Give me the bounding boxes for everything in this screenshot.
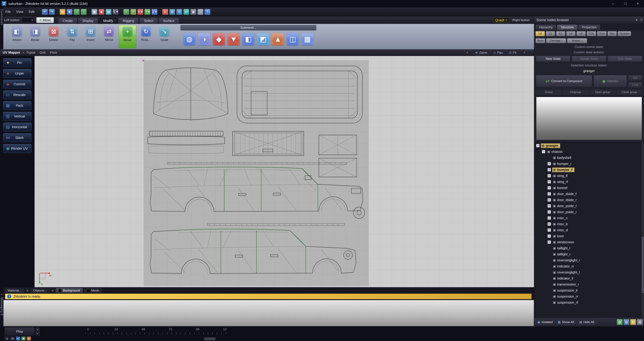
snap-vertex-icon[interactable]: ⊡	[176, 9, 182, 15]
submesh-extrude-icon[interactable]: ▲	[272, 33, 284, 45]
state-l1-button[interactable]: L1	[546, 31, 555, 36]
close-panel-icon[interactable]: ×	[640, 18, 642, 22]
uv-toolbar-tripod[interactable]: Tripod	[26, 51, 35, 54]
dismiss-button[interactable]: ◆ Dismiss	[594, 75, 627, 87]
material-editor-icon[interactable]: ◆	[98, 9, 104, 15]
tree-item-transmission-r[interactable]: ▣transmission_r	[534, 281, 641, 287]
panel-tab-background[interactable]: Background	[55, 288, 83, 293]
tree-item-indicator-rr[interactable]: ▣indicator_rr	[534, 263, 641, 269]
tree-item-boot[interactable]: +▣boot	[534, 233, 641, 239]
help-icon[interactable]: ?	[204, 9, 210, 15]
show-mode-d-icon[interactable]: ▤	[637, 319, 643, 325]
uv-rescale-button[interactable]: ▭Rescale	[3, 90, 31, 99]
state-l4-button[interactable]: L4	[576, 31, 586, 36]
axis-x-button[interactable]: X ▾	[138, 9, 143, 15]
tree-item-bonnet[interactable]: +▣bonnet	[534, 185, 641, 191]
expand-box-icon[interactable]: +	[548, 162, 551, 165]
axis-z-button[interactable]: Z ▾	[152, 9, 157, 15]
left-button-combo[interactable]: ▾	[22, 17, 34, 23]
measure-icon[interactable]: ↔	[198, 9, 203, 15]
expand-box-icon[interactable]: +	[548, 180, 551, 183]
mini-stop-button[interactable]: ■	[21, 337, 26, 341]
collapse-arrow-icon[interactable]: ◂	[22, 51, 24, 54]
timeline-scroll-thumb[interactable]	[204, 338, 215, 340]
ribbon-insert-button[interactable]: ⊞Insert	[82, 25, 99, 48]
expand-box-icon[interactable]: +	[548, 174, 551, 177]
fit-button[interactable]: ⊡Fit	[507, 50, 518, 55]
tree-item-door-pside-f[interactable]: +▣door_pside_f	[534, 203, 641, 209]
hide-all-button[interactable]: ▦Hide All	[577, 319, 596, 325]
ribbon-attach-button[interactable]: ◧Attach	[8, 25, 26, 48]
ribbon-rota-button[interactable]: ↻Rota...	[137, 25, 155, 48]
uv-vertical-button[interactable]: ▥Vertical	[3, 112, 31, 121]
texture-browser-icon[interactable]: ▨	[106, 9, 111, 15]
state-scratch-button[interactable]: Scratch	[618, 31, 631, 36]
tree-item-bumper-r[interactable]: +▣bumper_r	[534, 161, 641, 167]
show-all-button[interactable]: ▦Show All	[556, 319, 576, 325]
uv-viewport[interactable]: + u v	[34, 56, 534, 287]
close-group-button[interactable]: Close group	[616, 90, 642, 94]
tree-item-taillight-r[interactable]: ▣taillight_r	[534, 251, 641, 257]
select-apply-icon[interactable]: ✓	[130, 9, 136, 15]
tree-item-reversinglight-l[interactable]: ▣reversinglight_l	[534, 269, 641, 275]
ribbon-move-button[interactable]: +Move	[119, 25, 136, 48]
group-button[interactable]: Group	[536, 90, 562, 94]
uv-horizontal-button[interactable]: ▤Horizontal	[3, 123, 31, 131]
panel-tab-mesh[interactable]: Mesh	[84, 288, 102, 293]
tree-item-door-dside-r[interactable]: +▣door_dside_r	[534, 197, 641, 203]
submesh-detach-icon[interactable]: ◆	[213, 33, 225, 45]
timeline-ruler[interactable]: 02448729612	[86, 327, 226, 335]
lock-button[interactable]: Lock	[628, 82, 642, 88]
ribbon-delete-button[interactable]: ⊠Delete	[45, 25, 62, 48]
tree-item-granger[interactable]: −▣granger	[534, 143, 641, 149]
uv-pack-button[interactable]: ▦Pack	[3, 101, 31, 110]
tree-item-wing-lf[interactable]: +▣wing_lf	[534, 173, 641, 179]
submesh-split-icon[interactable]: ◧	[242, 33, 254, 45]
selection-mode-button[interactable]: S ▾	[113, 9, 118, 15]
expand-box-icon[interactable]: +	[548, 241, 551, 244]
expand-box-icon[interactable]: +	[548, 168, 551, 171]
select-confirm-icon[interactable]: ✓	[124, 9, 129, 15]
render-view-icon[interactable]: ◉	[190, 9, 196, 15]
messaging-side-tab[interactable]: × Messaging E	[0, 293, 3, 326]
tab-rigging[interactable]: Rigging	[118, 18, 139, 24]
new-state-button[interactable]: New State	[536, 56, 570, 62]
tree-item-chassis[interactable]: −▣chassis	[534, 149, 641, 155]
menu-edit[interactable]: Edit	[26, 10, 37, 14]
tree-item-suspension-rr[interactable]: ▣suspension_rr	[534, 294, 641, 300]
expand-box-icon[interactable]: +	[548, 210, 551, 214]
submesh-weld-icon[interactable]: ▼	[228, 33, 240, 45]
magnet-icon[interactable]: U	[162, 9, 168, 15]
submesh-bevel-icon[interactable]: ◫	[286, 33, 299, 45]
open-file-icon[interactable]: ▤	[60, 9, 66, 15]
tree-item-indicator-lr[interactable]: ▣indicator_lr	[534, 275, 641, 281]
show-mode-b-icon[interactable]: ▤	[624, 319, 629, 325]
default-scene-icon[interactable]: ▦	[92, 9, 97, 15]
uv-stitch-button[interactable]: ⋈Stitch	[3, 133, 31, 142]
expand-box-icon[interactable]: +	[548, 222, 551, 226]
expand-box-icon[interactable]: +	[548, 228, 551, 232]
menu-view[interactable]: View	[14, 10, 26, 14]
state-l0-button[interactable]: L0	[536, 31, 545, 36]
expand-box-icon[interactable]: +	[548, 234, 551, 238]
collapse-box-icon[interactable]: −	[542, 150, 545, 153]
right-button-tool-chip[interactable]: Quadr ▾	[493, 17, 510, 23]
delete-state-button[interactable]: Delete State	[572, 56, 606, 62]
submesh-shell-icon[interactable]: ◍	[183, 33, 196, 45]
expand-box-icon[interactable]: +	[548, 186, 551, 190]
state-l3-button[interactable]: L3	[566, 31, 576, 36]
mini-play-button[interactable]: ▸	[16, 337, 20, 341]
tree-scrollbar[interactable]	[641, 142, 644, 318]
zoom-button[interactable]: ⊕Zoom	[473, 50, 489, 55]
panel-tab-material[interactable]: Material...	[4, 288, 25, 293]
caret-down-icon[interactable]: ▾	[466, 51, 468, 54]
tree-item-wing-rf[interactable]: +▣wing_rf	[534, 179, 641, 185]
redo-icon[interactable]: ↷	[49, 9, 55, 15]
state-dust-button[interactable]: Dust	[597, 31, 606, 36]
uv-toolbar-grid[interactable]: Grid	[40, 51, 46, 54]
tree-item-door-pside-r[interactable]: +▣door_pside_r	[534, 209, 641, 215]
ungroup-button[interactable]: Ungroup	[563, 90, 588, 94]
isolated-button[interactable]: ▣Isolated	[536, 319, 554, 325]
open-group-button[interactable]: Open group	[590, 90, 616, 94]
commands-side-tab[interactable]: Commands	[0, 7, 3, 49]
